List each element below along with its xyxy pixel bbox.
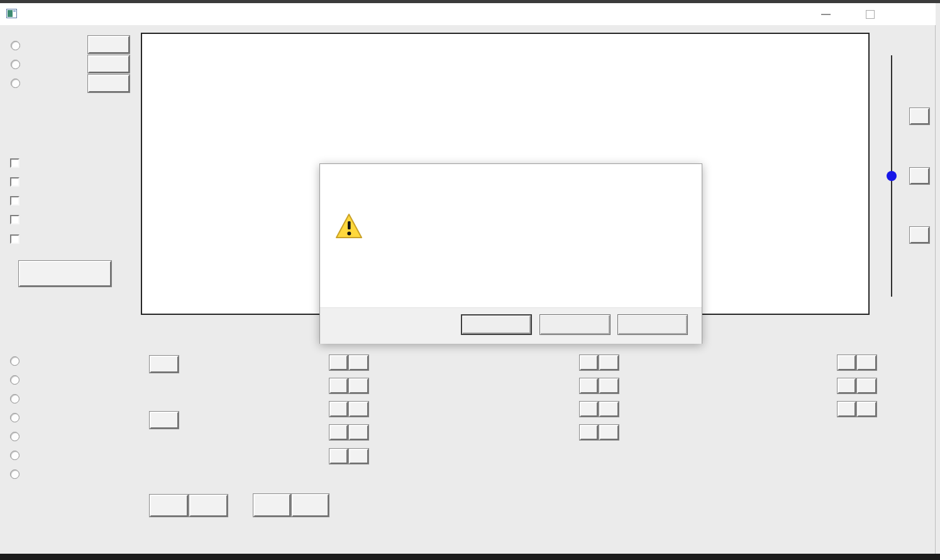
triangle-radio[interactable]: [10, 394, 19, 404]
pwmmax-plus-button[interactable]: [599, 402, 619, 417]
dialog-footer: [320, 307, 702, 344]
deadzone-plus-button[interactable]: [857, 402, 876, 417]
background-right-strip: [936, 0, 940, 560]
kd-plus-button[interactable]: [349, 425, 368, 440]
udp-pass-thru-radio[interactable]: [10, 469, 19, 479]
kp-minus-button[interactable]: [329, 378, 348, 393]
pwmrev-plus-button[interactable]: [599, 425, 619, 440]
slider-minus-button-2[interactable]: [910, 168, 929, 184]
fpwm-minus-button[interactable]: [580, 355, 598, 370]
abort-button[interactable]: [461, 314, 532, 335]
comms-error-dialog: [319, 163, 702, 344]
motor-2-on-button[interactable]: [88, 55, 130, 73]
copy-to-m3-button[interactable]: [292, 494, 329, 517]
smc3-utility-window: [0, 0, 940, 560]
ks-plus-button[interactable]: [349, 449, 368, 464]
max-limits-minus-button[interactable]: [838, 355, 856, 370]
ignore-button[interactable]: [617, 314, 688, 335]
warning-icon: [335, 213, 363, 239]
pwm-checkbox[interactable]: [10, 196, 19, 206]
max-limits-plus-button[interactable]: [857, 355, 876, 370]
motor-1-radio[interactable]: [11, 41, 20, 50]
maximize-icon: [866, 10, 875, 19]
kp-plus-button[interactable]: [349, 378, 368, 393]
monitor-radio[interactable]: [10, 356, 19, 366]
dialog-close-button[interactable]: [678, 169, 696, 185]
kd-minus-button[interactable]: [329, 425, 348, 440]
motor-3-radio[interactable]: [11, 79, 20, 88]
input-clipping-checkbox[interactable]: [10, 234, 19, 244]
minimize-button[interactable]: [811, 3, 840, 25]
motor-3-on-button[interactable]: [88, 75, 130, 92]
app-icon: [6, 9, 17, 18]
feedback-checkbox[interactable]: [10, 177, 19, 187]
pwmmin-minus-button[interactable]: [580, 378, 598, 393]
ki-plus-button[interactable]: [349, 402, 368, 417]
sine-radio[interactable]: [10, 413, 19, 422]
slider-minus-button-1[interactable]: [910, 108, 929, 124]
app-icon-pane: [8, 10, 13, 17]
ki-minus-button[interactable]: [329, 402, 348, 417]
retry-button[interactable]: [539, 314, 611, 335]
background-window-strip: [0, 0, 940, 3]
motor-2-radio[interactable]: [11, 60, 20, 69]
deadzone-minus-button[interactable]: [838, 402, 856, 417]
vertical-slider-handle[interactable]: [887, 171, 897, 181]
motor-1-on-button[interactable]: [88, 36, 130, 53]
taskbar-strip: [0, 554, 940, 560]
maximize-button[interactable]: [856, 3, 885, 25]
clip-input-plus-button[interactable]: [857, 378, 876, 393]
close-button[interactable]: [901, 3, 930, 25]
pwmmin-plus-button[interactable]: [599, 378, 619, 393]
manual-radio[interactable]: [10, 451, 19, 460]
titlebar: [0, 3, 936, 25]
minimize-icon: [821, 14, 831, 15]
save-image-button[interactable]: [19, 261, 111, 287]
clip-input-minus-button[interactable]: [838, 378, 856, 393]
step-minus-button[interactable]: [150, 412, 179, 429]
fpid-minus-button[interactable]: [329, 355, 348, 370]
copy-to-m2-button[interactable]: [253, 494, 290, 517]
target-checkbox[interactable]: [10, 158, 19, 168]
fpwm-plus-button[interactable]: [599, 355, 619, 370]
motion-radio[interactable]: [10, 432, 19, 441]
slider-minus-button-3[interactable]: [910, 227, 929, 243]
app-icon-bar: [13, 10, 16, 12]
save-button[interactable]: [150, 495, 188, 517]
pwmrev-minus-button[interactable]: [580, 425, 598, 440]
load-button[interactable]: [189, 495, 228, 517]
square-radio[interactable]: [10, 375, 19, 385]
step-plus-button[interactable]: [150, 356, 179, 373]
ks-minus-button[interactable]: [329, 449, 348, 464]
pwmmax-minus-button[interactable]: [580, 402, 598, 417]
motor-limits-checkbox[interactable]: [10, 215, 19, 224]
fpid-plus-button[interactable]: [349, 355, 368, 370]
